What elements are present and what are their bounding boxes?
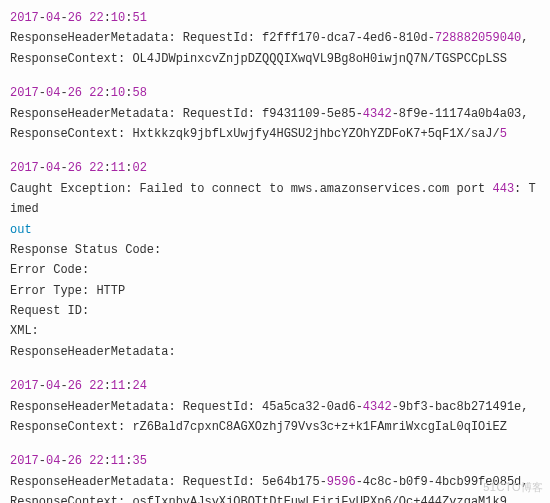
number-token: 26: [68, 86, 82, 100]
log-line: Response Status Code:: [10, 240, 540, 260]
log-line: ResponseHeaderMetadata: RequestId: 5e64b…: [10, 472, 540, 492]
text-token: Response Status Code:: [10, 243, 161, 257]
text-token: Error Code:: [10, 263, 89, 277]
number-token: 51: [132, 11, 146, 25]
text-token: -9bf3-bac8b271491e,: [392, 400, 529, 414]
log-entry: 2017-04-26 22:11:24ResponseHeaderMetadat…: [10, 376, 540, 437]
log-line: ResponseHeaderMetadata: RequestId: f2fff…: [10, 28, 540, 48]
number-token: 58: [132, 86, 146, 100]
text-token: ResponseContext: OL4JDWpinxcvZnjpDZQQQIX…: [10, 52, 507, 66]
text-token: -: [60, 86, 67, 100]
number-token: 11: [111, 379, 125, 393]
log-line: ResponseContext: osfIxnbvAJsyXjOBQTtDtEu…: [10, 492, 540, 503]
number-token: 5: [500, 127, 507, 141]
text-token: -8f9e-11174a0b4a03,: [392, 107, 529, 121]
number-token: 2017: [10, 161, 39, 175]
text-token: ResponseContext: rZ6Bald7cpxnC8AGXOzhj79…: [10, 420, 507, 434]
text-token: Error Type: HTTP: [10, 284, 125, 298]
log-entry: 2017-04-26 22:11:35ResponseHeaderMetadat…: [10, 451, 540, 503]
log-line: XML:: [10, 321, 540, 341]
log-line: Request ID:: [10, 301, 540, 321]
log-line: ResponseHeaderMetadata: RequestId: f9431…: [10, 104, 540, 124]
timestamp-line: 2017-04-26 22:11:24: [10, 376, 540, 396]
number-token: 24: [132, 379, 146, 393]
timestamp-line: 2017-04-26 22:11:35: [10, 451, 540, 471]
number-token: 10: [111, 11, 125, 25]
number-token: 2017: [10, 379, 39, 393]
timestamp-line: 2017-04-26 22:10:51: [10, 8, 540, 28]
number-token: 04: [46, 86, 60, 100]
log-line: Caught Exception: Failed to connect to m…: [10, 179, 540, 220]
text-token: -: [60, 454, 67, 468]
number-token: 4342: [363, 107, 392, 121]
number-token: 443: [492, 182, 514, 196]
number-token: 22: [89, 86, 103, 100]
log-line: ResponseContext: rZ6Bald7cpxnC8AGXOzhj79…: [10, 417, 540, 437]
text-token: ResponseHeaderMetadata: RequestId: 5e64b…: [10, 475, 327, 489]
number-token: 22: [89, 379, 103, 393]
number-token: 9596: [327, 475, 356, 489]
text-token: :: [104, 454, 111, 468]
text-token: Request ID:: [10, 304, 89, 318]
text-token: ResponseHeaderMetadata:: [10, 345, 176, 359]
text-token: -: [60, 161, 67, 175]
log-line: ResponseHeaderMetadata:: [10, 342, 540, 362]
text-token: :: [104, 86, 111, 100]
number-token: 26: [68, 454, 82, 468]
number-token: 35: [132, 454, 146, 468]
log-entry: 2017-04-26 22:11:02Caught Exception: Fai…: [10, 158, 540, 362]
number-token: 22: [89, 11, 103, 25]
number-token: 22: [89, 161, 103, 175]
number-token: 04: [46, 454, 60, 468]
log-line: out: [10, 220, 540, 240]
number-token: 04: [46, 11, 60, 25]
text-token: ResponseContext: osfIxnbvAJsyXjOBQTtDtEu…: [10, 495, 507, 503]
number-token: 04: [46, 161, 60, 175]
text-token: -: [60, 379, 67, 393]
text-token: -: [39, 379, 46, 393]
number-token: 2017: [10, 11, 39, 25]
text-token: -4c8c-b0f9-4bcb99fe085d,: [356, 475, 529, 489]
text-token: -: [39, 454, 46, 468]
number-token: 2017: [10, 86, 39, 100]
text-token: ResponseContext: Hxtkkzqk9jbfLxUwjfy4HGS…: [10, 127, 500, 141]
log-line: Error Code:: [10, 260, 540, 280]
number-token: 26: [68, 11, 82, 25]
number-token: 26: [68, 379, 82, 393]
number-token: 10: [111, 86, 125, 100]
log-line: ResponseContext: Hxtkkzqk9jbfLxUwjfy4HGS…: [10, 124, 540, 144]
number-token: 11: [111, 454, 125, 468]
log-line: Error Type: HTTP: [10, 281, 540, 301]
text-token: -: [39, 86, 46, 100]
timestamp-line: 2017-04-26 22:11:02: [10, 158, 540, 178]
text-token: :: [104, 11, 111, 25]
text-token: -: [60, 11, 67, 25]
log-line: ResponseHeaderMetadata: RequestId: 45a5c…: [10, 397, 540, 417]
log-entry: 2017-04-26 22:10:58ResponseHeaderMetadat…: [10, 83, 540, 144]
number-token: 4342: [363, 400, 392, 414]
timestamp-line: 2017-04-26 22:10:58: [10, 83, 540, 103]
number-token: 11: [111, 161, 125, 175]
number-token: 22: [89, 454, 103, 468]
number-token: 728882059040: [435, 31, 521, 45]
number-token: 02: [132, 161, 146, 175]
text-token: ResponseHeaderMetadata: RequestId: f2fff…: [10, 31, 435, 45]
text-token: XML:: [10, 324, 39, 338]
log-line: ResponseContext: OL4JDWpinxcvZnjpDZQQQIX…: [10, 49, 540, 69]
number-token: 26: [68, 161, 82, 175]
text-token: :: [104, 379, 111, 393]
text-token: ResponseHeaderMetadata: RequestId: f9431…: [10, 107, 363, 121]
text-token: Caught Exception: Failed to connect to m…: [10, 182, 492, 196]
keyword-token: out: [10, 223, 32, 237]
log-entry: 2017-04-26 22:10:51ResponseHeaderMetadat…: [10, 8, 540, 69]
number-token: 04: [46, 379, 60, 393]
text-token: ,: [521, 31, 528, 45]
log-output: 2017-04-26 22:10:51ResponseHeaderMetadat…: [10, 8, 540, 503]
number-token: 2017: [10, 454, 39, 468]
text-token: ResponseHeaderMetadata: RequestId: 45a5c…: [10, 400, 363, 414]
text-token: -: [39, 11, 46, 25]
text-token: -: [39, 161, 46, 175]
text-token: :: [104, 161, 111, 175]
